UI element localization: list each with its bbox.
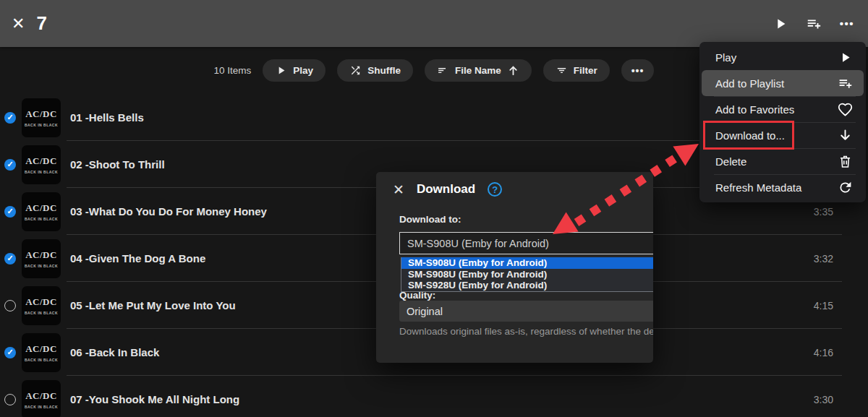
selection-count: 7	[36, 12, 46, 35]
song-title: 07 -You Shook Me All Night Long	[70, 393, 239, 405]
menu-item-label: Add to Favorites	[715, 103, 794, 116]
unchecked-circle-icon[interactable]	[4, 394, 16, 405]
annotation-red-box	[703, 121, 794, 150]
menu-item-label: Play	[715, 51, 736, 64]
song-title: 06 -Back In Black	[70, 346, 159, 358]
song-duration: 4:16	[814, 347, 868, 358]
song-duration: 3:30	[814, 394, 868, 405]
song-duration: 4:15	[814, 300, 868, 311]
song-duration: 3:32	[814, 253, 868, 265]
album-art: AC/DCBACK IN BLACK	[22, 145, 61, 184]
heart-icon	[837, 101, 853, 117]
album-art: AC/DCBACK IN BLACK	[22, 286, 61, 325]
album-art: AC/DCBACK IN BLACK	[22, 239, 61, 278]
menu-item-delete[interactable]: Delete	[699, 148, 866, 174]
song-row[interactable]: AC/DCBACK IN BLACK07 -You Shook Me All N…	[0, 376, 868, 417]
more-icon[interactable]: •••	[839, 16, 855, 32]
album-art-artist: AC/DC	[25, 296, 57, 308]
album-art-artist: AC/DC	[25, 249, 57, 261]
song-duration: 3:35	[814, 206, 868, 218]
device-option[interactable]: SM-S928U (Emby for Android)	[401, 280, 653, 291]
close-selection-icon[interactable]: ✕	[12, 16, 25, 32]
sort-button[interactable]: File Name	[425, 59, 532, 82]
filter-icon	[556, 64, 568, 77]
song-title: 02 -Shoot To Thrill	[70, 158, 165, 171]
menu-item-add-to-favorites[interactable]: Add to Favorites	[699, 96, 866, 122]
shuffle-icon	[349, 64, 362, 77]
filter-button[interactable]: Filter	[543, 59, 610, 82]
album-art-title: BACK IN BLACK	[25, 217, 58, 221]
menu-item-label: Refresh Metadata	[715, 181, 801, 194]
album-art-title: BACK IN BLACK	[25, 358, 58, 362]
shuffle-button[interactable]: Shuffle	[337, 59, 413, 82]
sort-icon	[437, 64, 449, 77]
album-art-artist: AC/DC	[25, 202, 57, 214]
unchecked-circle-icon[interactable]	[4, 300, 16, 311]
album-art: AC/DCBACK IN BLACK	[22, 333, 61, 372]
play-icon	[837, 49, 853, 65]
checked-circle-icon[interactable]: ✓	[4, 253, 16, 265]
album-art-artist: AC/DC	[25, 343, 57, 355]
song-title: 01 -Hells Bells	[70, 111, 144, 124]
download-dialog: ✕ Download ? Download to: SM-S908U (Emby…	[376, 172, 653, 363]
album-art: AC/DCBACK IN BLACK	[22, 98, 61, 137]
album-art-artist: AC/DC	[25, 155, 57, 167]
play-icon	[275, 64, 287, 77]
play-button[interactable]: Play	[263, 59, 326, 82]
device-dropdown-list: SM-S908U (Emby for Android)SM-S908U (Emb…	[401, 257, 653, 292]
device-option[interactable]: SM-S908U (Emby for Android)	[401, 257, 653, 269]
dialog-close-icon[interactable]: ✕	[393, 183, 404, 197]
more-options-button[interactable]: •••	[621, 59, 655, 82]
device-select[interactable]: SM-S908U (Emby for Android)	[399, 232, 653, 254]
checked-circle-icon[interactable]: ✓	[4, 347, 16, 358]
filter-button-label: Filter	[574, 65, 597, 76]
arrow-up-icon	[507, 64, 519, 77]
shuffle-button-label: Shuffle	[367, 65, 401, 76]
menu-item-label: Add to Playlist	[715, 77, 784, 90]
menu-item-refresh-metadata[interactable]: Refresh Metadata	[699, 174, 866, 200]
quality-help-text: Downloads original files as-is, regardle…	[399, 326, 653, 337]
playlist-add-icon[interactable]	[806, 16, 822, 32]
song-title: 04 -Given The Dog A Bone	[70, 252, 205, 265]
album-art: AC/DCBACK IN BLACK	[22, 380, 61, 417]
album-art-title: BACK IN BLACK	[25, 264, 58, 268]
checked-circle-icon[interactable]: ✓	[4, 206, 16, 218]
checked-circle-icon[interactable]: ✓	[4, 159, 16, 171]
song-title: 03 -What Do You Do For Money Honey	[70, 205, 267, 218]
play-button-label: Play	[293, 65, 313, 76]
menu-item-label: Delete	[715, 155, 746, 168]
topbar-actions: •••	[773, 16, 855, 32]
album-art-artist: AC/DC	[25, 108, 57, 120]
album-art-title: BACK IN BLACK	[25, 405, 58, 409]
selection-topbar: ✕ 7 •••	[0, 0, 868, 47]
album-art-title: BACK IN BLACK	[25, 123, 58, 127]
song-title: 05 -Let Me Put My Love Into You	[70, 299, 236, 311]
album-art-artist: AC/DC	[25, 390, 57, 402]
checked-circle-icon[interactable]: ✓	[4, 112, 16, 124]
trash-icon	[837, 153, 853, 169]
dialog-title: Download	[417, 182, 475, 197]
dialog-header: ✕ Download ?	[393, 182, 502, 197]
device-option[interactable]: SM-S908U (Emby for Android)	[401, 269, 653, 280]
playlist-add-icon	[837, 75, 853, 91]
play-icon[interactable]	[773, 16, 788, 32]
emby-music-screen: ✕ 7 ••• 10 Items Play Shuffle File Name	[0, 0, 868, 417]
refresh-icon	[837, 179, 853, 195]
menu-item-add-to-playlist[interactable]: Add to Playlist	[702, 70, 864, 96]
album-art-title: BACK IN BLACK	[25, 170, 58, 174]
sort-button-label: File Name	[455, 65, 501, 76]
items-count: 10 Items	[214, 65, 252, 76]
download-to-label: Download to:	[399, 214, 461, 225]
album-art: AC/DCBACK IN BLACK	[22, 192, 61, 231]
download-arrow-icon	[837, 127, 853, 143]
device-select-value: SM-S908U (Emby for Android)	[407, 238, 549, 249]
album-art-title: BACK IN BLACK	[25, 311, 58, 315]
help-icon[interactable]: ?	[488, 182, 502, 197]
quality-select[interactable]: Original	[399, 301, 653, 322]
quality-select-value: Original	[407, 306, 443, 317]
menu-item-play[interactable]: Play	[699, 44, 866, 70]
